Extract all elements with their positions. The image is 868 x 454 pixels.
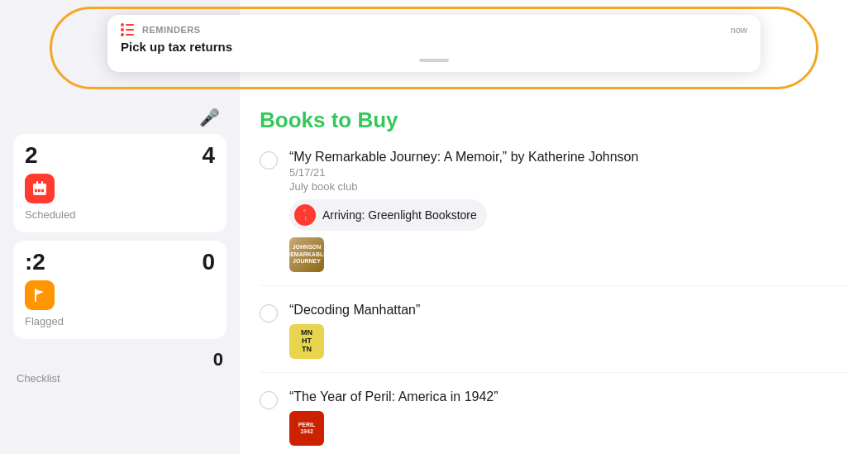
reminder-date-1: 5/17/21 [289,166,848,179]
reminder-body-3: “The Year of Peril: America in 1942” PER… [289,389,848,446]
scheduled-left-count: 2 [25,142,38,168]
flagged-right-count: 0 [202,251,215,274]
sidebar-bottom-row: :2 0 Flagged [13,241,227,339]
reminder-checkbox-2[interactable] [260,304,278,323]
reminder-title-2: “Decoding Manhattan” [289,303,848,318]
svg-rect-1 [126,24,134,26]
svg-point-0 [121,23,124,26]
arriving-text: Arriving: Greenlight Bookstore [322,208,477,222]
svg-rect-12 [41,189,44,192]
svg-rect-10 [35,189,37,192]
reminder-body-1: “My Remarkable Journey: A Memoir,” by Ka… [289,150,848,272]
mic-area: 🎤 [13,108,227,134]
book-thumb-peril: PERIL1942 [289,411,324,446]
arriving-pin-icon: 📍 [294,204,316,226]
flagged-label: Flagged [25,315,215,327]
reminder-item: “My Remarkable Journey: A Memoir,” by Ka… [260,150,848,286]
reminder-checkbox-3[interactable] [260,391,278,409]
bottom-count-row: 0 [13,339,227,372]
scheduled-label: Scheduled [25,208,215,221]
reminder-title-1: “My Remarkable Journey: A Memoir,” by Ka… [289,150,848,165]
reminder-subtitle-1: July book club [289,180,848,193]
svg-rect-5 [126,34,134,36]
svg-rect-7 [33,184,46,188]
scheduled-card[interactable]: 2 4 Scheduled [13,134,227,232]
scheduled-right-count: 4 [202,144,215,167]
bottom-count: 0 [213,349,223,370]
notification-banner[interactable]: REMINDERS now Pick up tax returns [107,15,761,72]
flagged-left-count: :2 [25,249,45,275]
notification-title: Pick up tax returns [121,40,747,54]
notification-header: REMINDERS now [121,23,747,36]
notification-app-info: REMINDERS [121,23,201,36]
arriving-badge: 📍 Arriving: Greenlight Bookstore [289,199,487,231]
microphone-icon[interactable]: 🎤 [199,108,220,127]
svg-rect-11 [38,189,41,192]
sidebar-top-row: 2 4 Scheduled [13,134,227,232]
reminder-title-3: “The Year of Peril: America in 1942” [289,389,848,404]
reminder-body-2: “Decoding Manhattan” MNHTTN [289,303,848,359]
svg-rect-8 [36,181,38,184]
book-thumb-manhattan: MNHTTN [289,324,324,359]
flagged-icon [25,280,55,310]
notification-time: now [731,25,747,35]
book-thumb-johnson: JOHNSONREMARKABLEJOURNEY [289,237,324,272]
svg-point-2 [121,28,124,31]
reminders-app-icon [121,23,136,36]
scheduled-icon [25,174,55,203]
reminder-item-3: “The Year of Peril: America in 1942” PER… [260,389,848,454]
notification-app-name: REMINDERS [142,25,201,35]
svg-rect-3 [126,29,134,31]
svg-point-4 [121,33,124,36]
flagged-card[interactable]: :2 0 Flagged [13,241,227,339]
reminder-checkbox-1[interactable] [260,151,278,170]
bottom-label: Checklist [13,372,227,385]
notification-drag-indicator [419,59,449,62]
svg-rect-9 [41,181,43,184]
reminder-item-2: “Decoding Manhattan” MNHTTN [260,303,848,373]
list-title: Books to Buy [260,108,848,133]
